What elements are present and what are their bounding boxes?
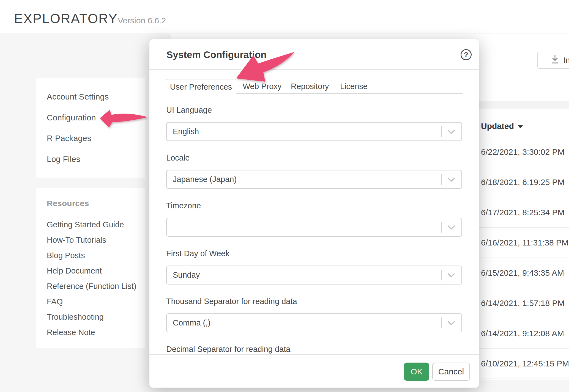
sidebar-item-faq[interactable]: FAQ [47,296,63,307]
import-button-label: Import [563,56,569,65]
thousand-separator-label: Thousand Separator for reading data [166,296,297,306]
system-configuration-dialog: System Configuration ? User Preferences … [149,39,479,388]
locale-value: Japanese (Japan) [173,170,237,188]
thousand-separator-value: Comma (,) [173,314,210,332]
tab-user-preferences[interactable]: User Preferences [166,79,236,94]
sidebar-item-reference-function-list[interactable]: Reference (Function List) [47,281,136,291]
sidebar-item-configuration[interactable]: Configuration [47,112,96,123]
tab-license[interactable]: License [340,79,368,94]
sidebar-item-blog-posts[interactable]: Blog Posts [47,250,85,261]
app-logo: EXPLORATORY [14,11,118,26]
app-version: Version 6.6.2 [118,16,166,25]
chevron-down-icon [447,177,455,183]
sidebar-item-log-files[interactable]: Log Files [47,154,80,165]
locale-label: Locale [166,153,190,163]
sidebar-item-release-note[interactable]: Release Note [47,327,95,338]
thousand-separator-select[interactable]: Comma (,) [166,313,462,332]
sidebar-item-help-document[interactable]: Help Document [47,266,102,276]
help-icon[interactable]: ? [461,49,472,60]
table-header-updated[interactable]: Updated [481,115,569,137]
import-button[interactable]: Import [537,52,569,69]
sidebar-item-getting-started-guide[interactable]: Getting Started Guide [47,219,124,230]
chevron-down-icon [447,129,455,136]
timezone-label: Timezone [166,201,201,211]
chevron-down-icon [447,273,455,279]
ui-language-select[interactable]: English [166,122,462,141]
first-day-of-week-value: Sunday [173,266,200,284]
app-header: EXPLORATORY Version 6.6.2 [0,0,569,33]
updated-column-header: Updated [481,122,514,131]
sidebar-item-r-packages[interactable]: R Packages [47,133,91,144]
tab-repository[interactable]: Repository [291,79,329,94]
locale-select[interactable]: Japanese (Japan) [166,170,462,189]
dialog-title: System Configuration [166,39,267,70]
sort-desc-icon [518,125,523,128]
ui-language-value: English [173,123,199,140]
dialog-footer: OK Cancel [149,354,479,388]
dialog-tab-bar: User Preferences Web Proxy Repository Li… [166,79,463,94]
resources-panel: Resources Getting Started Guide How-To T… [36,188,145,348]
dialog-header: System Configuration ? [149,39,479,70]
first-day-of-week-label: First Day of Week [166,249,229,258]
resources-title: Resources [47,198,89,209]
first-day-of-week-select[interactable]: Sunday [166,266,462,285]
decimal-separator-label: Decimal Separator for reading data [166,344,290,354]
ui-language-label: UI Language [166,105,212,115]
chevron-down-icon [447,321,455,327]
ok-button[interactable]: OK [404,363,429,381]
settings-nav-panel: Account Settings Configuration R Package… [36,78,145,178]
chevron-down-icon [447,225,455,231]
sidebar-item-account-settings[interactable]: Account Settings [47,91,109,102]
cancel-button[interactable]: Cancel [432,363,470,381]
download-icon [551,54,559,66]
sidebar-item-troubleshooting[interactable]: Troubleshooting [47,312,104,322]
sidebar-item-how-to-tutorials[interactable]: How-To Tutorials [47,235,106,245]
tab-web-proxy[interactable]: Web Proxy [243,79,281,94]
timezone-select[interactable] [166,218,462,237]
